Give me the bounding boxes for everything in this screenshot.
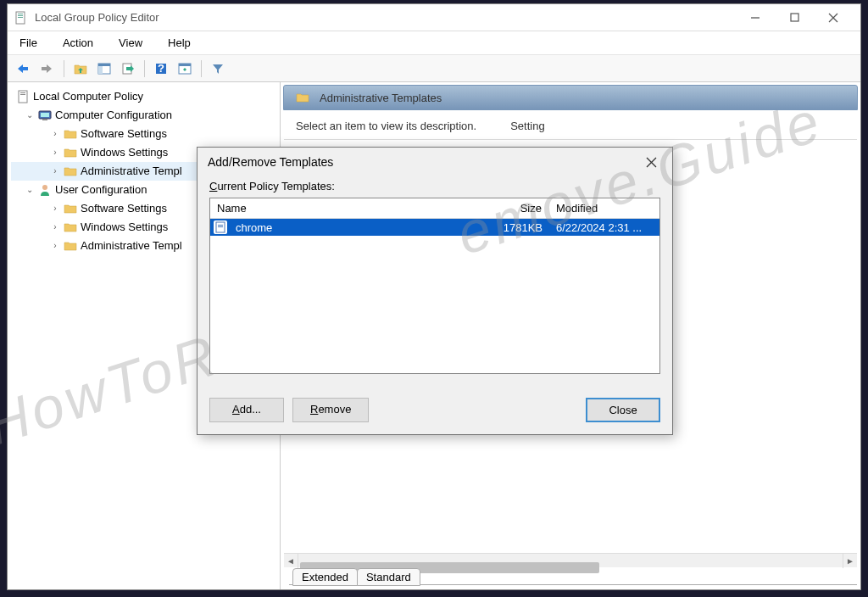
- dialog-body: Current Policy Templates: Name Size Modi…: [198, 176, 672, 386]
- maximize-button[interactable]: [782, 9, 806, 26]
- panel-header: Administrative Templates: [283, 85, 858, 110]
- svg-text:?: ?: [158, 62, 164, 75]
- tree-computer-config[interactable]: ⌄ Computer Configuration: [11, 106, 276, 125]
- svg-rect-18: [20, 94, 25, 95]
- column-size[interactable]: Size: [481, 198, 549, 218]
- titlebar: Local Group Policy Editor: [8, 4, 860, 31]
- tree-label: Administrative Templ: [81, 164, 182, 179]
- column-modified[interactable]: Modified: [549, 198, 659, 218]
- folder-icon: [64, 127, 77, 141]
- toolbar: ?: [8, 55, 860, 82]
- expand-icon[interactable]: ›: [50, 126, 60, 142]
- help-button[interactable]: ?: [150, 58, 172, 80]
- tree-label: Software Settings: [81, 201, 167, 216]
- tree-root[interactable]: Local Computer Policy: [11, 87, 276, 106]
- folder-icon: [64, 146, 77, 159]
- export-button[interactable]: [117, 58, 139, 80]
- svg-rect-21: [42, 119, 47, 120]
- svg-rect-26: [218, 225, 223, 226]
- dialog-title: Add/Remove Templates: [208, 155, 333, 169]
- svg-rect-10: [98, 66, 103, 74]
- svg-point-22: [42, 185, 47, 190]
- tab-standard[interactable]: Standard: [357, 568, 420, 586]
- panel-title: Administrative Templates: [320, 92, 442, 104]
- svg-rect-2: [18, 15, 23, 16]
- toolbar-separator: [201, 60, 202, 77]
- list-item-size: 1781KB: [481, 221, 549, 234]
- listview-header: Name Size Modified: [210, 198, 659, 219]
- window-title: Local Group Policy Editor: [35, 11, 743, 24]
- add-button[interactable]: Add...: [209, 398, 284, 422]
- menu-help[interactable]: Help: [163, 34, 196, 52]
- dialog-close-button[interactable]: [640, 153, 662, 171]
- column-name[interactable]: Name: [210, 198, 481, 218]
- expand-icon[interactable]: ›: [50, 201, 60, 216]
- close-window-button[interactable]: [821, 9, 845, 26]
- tree-label: Windows Settings: [81, 220, 168, 235]
- description-row: Select an item to view its description. …: [284, 113, 857, 140]
- collapse-icon[interactable]: ⌄: [25, 108, 35, 123]
- folder-icon: [64, 202, 77, 215]
- folder-icon: [64, 220, 77, 234]
- expand-icon[interactable]: ›: [50, 164, 60, 179]
- policy-icon: [16, 90, 30, 103]
- menu-file[interactable]: File: [14, 34, 42, 52]
- filter-button[interactable]: [207, 58, 229, 80]
- description-text: Select an item to view its description.: [296, 120, 476, 132]
- tree-label: Windows Settings: [81, 145, 168, 160]
- back-button[interactable]: [13, 58, 35, 80]
- svg-rect-17: [20, 92, 25, 93]
- scrollbar-right-button[interactable]: ►: [843, 554, 857, 568]
- dialog-buttons: Add... Remove Close: [198, 386, 672, 434]
- svg-rect-27: [218, 226, 223, 227]
- svg-rect-5: [791, 14, 798, 21]
- menu-action[interactable]: Action: [58, 34, 98, 52]
- minimize-button[interactable]: [743, 9, 767, 26]
- collapse-icon[interactable]: ⌄: [25, 182, 35, 198]
- list-item-modified: 6/22/2024 2:31 ...: [549, 221, 659, 234]
- horizontal-scrollbar[interactable]: ◄ ►: [284, 553, 857, 567]
- svg-rect-20: [41, 113, 49, 117]
- expand-icon[interactable]: ›: [50, 145, 60, 160]
- toolbar-separator: [64, 60, 64, 77]
- svg-rect-15: [179, 64, 191, 66]
- dialog-titlebar[interactable]: Add/Remove Templates: [198, 148, 672, 176]
- tree-label: Software Settings: [81, 126, 167, 142]
- scrollbar-left-button[interactable]: ◄: [284, 554, 298, 568]
- menu-view[interactable]: View: [114, 34, 147, 52]
- dialog-label: Current Policy Templates:: [209, 180, 660, 192]
- template-listview[interactable]: Name Size Modified chrome 1781KB 6/22/20…: [209, 198, 660, 374]
- column-setting: Setting: [510, 120, 544, 132]
- tree-label: Local Computer Policy: [33, 89, 143, 104]
- add-remove-dialog: Add/Remove Templates Current Policy Temp…: [197, 147, 673, 435]
- window-controls: [743, 9, 854, 26]
- expand-icon[interactable]: ›: [50, 238, 60, 254]
- svg-rect-1: [18, 14, 23, 14]
- tree-label: User Configuration: [55, 182, 147, 198]
- folder-icon: [64, 239, 77, 253]
- folder-icon: [296, 91, 309, 104]
- tab-line: [420, 584, 857, 585]
- user-icon: [38, 183, 52, 197]
- document-icon: [214, 220, 227, 234]
- tab-extended[interactable]: Extended: [292, 568, 358, 586]
- toolbar-separator: [144, 60, 145, 77]
- remove-button[interactable]: Remove: [292, 398, 369, 422]
- svg-rect-9: [98, 64, 110, 66]
- tree-label: Computer Configuration: [55, 108, 172, 123]
- computer-icon: [38, 109, 52, 122]
- list-item[interactable]: chrome 1781KB 6/22/2024 2:31 ...: [210, 219, 659, 236]
- svg-rect-3: [18, 17, 23, 18]
- show-hide-tree-button[interactable]: [93, 58, 115, 80]
- expand-icon[interactable]: ›: [50, 220, 60, 235]
- refresh-button[interactable]: [174, 58, 196, 80]
- up-button[interactable]: [70, 58, 92, 80]
- list-item-name: chrome: [232, 221, 481, 234]
- app-icon: [14, 11, 28, 25]
- folder-icon: [64, 165, 77, 178]
- forward-button[interactable]: [36, 58, 58, 80]
- tree-cc-software[interactable]: › Software Settings: [11, 125, 276, 143]
- close-button[interactable]: Close: [586, 398, 660, 422]
- tree-label: Administrative Templ: [81, 238, 182, 254]
- menubar: File Action View Help: [8, 31, 860, 55]
